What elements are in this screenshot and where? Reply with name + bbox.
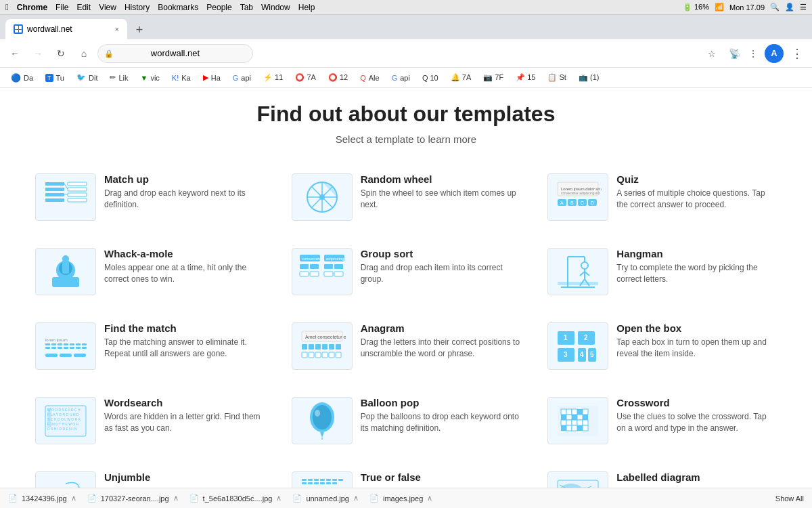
- bookmark-da[interactable]: 🔵 Da: [5, 72, 39, 84]
- svg-rect-121: [561, 420, 566, 425]
- reload-button[interactable]: ↻: [51, 44, 70, 63]
- template-openbox[interactable]: 1 2 3 4 5 Open the box Tap each box in t…: [539, 314, 785, 378]
- svg-text:adipiscing: adipiscing: [326, 257, 344, 261]
- template-desc-quiz: A series of multiple choice questions. T…: [616, 188, 777, 211]
- show-all-button[interactable]: Show All: [775, 494, 804, 503]
- bookmark-11[interactable]: ⚡ 11: [258, 72, 288, 83]
- svg-point-106: [313, 405, 332, 429]
- svg-rect-65: [51, 347, 56, 349]
- template-desc-openbox: Tap each box in turn to open them up and…: [616, 337, 777, 360]
- download-chevron-1[interactable]: ∧: [71, 494, 76, 503]
- menu-view[interactable]: View: [99, 3, 116, 12]
- template-name-wheel: Random wheel: [361, 173, 521, 185]
- bookmark-star-icon[interactable]: ☆: [708, 48, 716, 58]
- download-item-2[interactable]: 📄 170327-seoran....jpg ∧: [87, 494, 179, 503]
- bookmark-10[interactable]: Q 10: [417, 72, 444, 83]
- bookmark-dit[interactable]: 🐦 Dit: [71, 72, 103, 83]
- template-name-whack: Whack-a-mole: [104, 248, 265, 259]
- back-button[interactable]: ←: [5, 44, 24, 63]
- svg-point-158: [566, 488, 569, 488]
- address-bar: ← → ↻ ⌂ 🔒 ☆ 📡 ⋮ A ⋮: [0, 39, 812, 68]
- svg-rect-124: [577, 420, 583, 425]
- bookmark-7a2[interactable]: 🔔 7A: [445, 72, 477, 83]
- template-wheel[interactable]: Random wheel Spin the wheel to see which…: [284, 165, 529, 229]
- template-whack[interactable]: Whack-a-mole Moles appear one at a time,…: [27, 240, 273, 303]
- svg-line-50: [580, 272, 585, 276]
- template-truefalse[interactable]: lorem ipsum sit amet True or false Items…: [284, 463, 529, 488]
- download-chevron-2[interactable]: ∧: [173, 494, 179, 503]
- svg-rect-71: [45, 354, 58, 357]
- template-wordsearch[interactable]: W O R D S E A R C H P L A Y G R O U N D …: [27, 389, 273, 452]
- svg-text:consectetur adipiscing elit: consectetur adipiscing elit: [561, 191, 600, 195]
- chrome-menu-button[interactable]: ⋮: [788, 44, 807, 63]
- bookmark-ka[interactable]: K! Ka: [166, 72, 196, 83]
- svg-point-31: [62, 255, 69, 262]
- download-item-1[interactable]: 📄 13424396.jpg ∧: [8, 494, 76, 503]
- menu-window[interactable]: Window: [261, 3, 290, 12]
- menu-icon[interactable]: ☰: [800, 3, 807, 12]
- bookmark-tu[interactable]: T Tu: [40, 72, 70, 83]
- user-icon[interactable]: 👤: [785, 3, 794, 12]
- bookmark-vic[interactable]: ▼ vic: [135, 72, 165, 83]
- template-labelled[interactable]: Labelled diagram Drag and drop the pins …: [539, 463, 785, 488]
- new-tab-button[interactable]: +: [130, 20, 149, 39]
- template-crossword[interactable]: Crossword Use the clues to solve the cro…: [539, 389, 785, 452]
- extension-cast-icon[interactable]: 📡: [727, 46, 742, 61]
- template-desc-balloon: Pop the balloons to drop each keyword on…: [361, 411, 521, 434]
- download-item-4[interactable]: 📄 unnamed.jpg ∧: [292, 494, 359, 503]
- bookmark-api-g2[interactable]: G api: [386, 72, 415, 83]
- bookmark-12[interactable]: ⭕ 12: [323, 72, 353, 83]
- menu-file[interactable]: File: [55, 3, 68, 12]
- download-chevron-5[interactable]: ∧: [427, 494, 432, 503]
- template-unjumble[interactable]: lorem ipsum'd sit Unjumble Drag and drop…: [27, 463, 273, 488]
- tab-close-button[interactable]: ×: [115, 25, 119, 33]
- template-quiz[interactable]: Lorem ipsum dolor sit amet consectetur a…: [539, 165, 785, 229]
- bookmark-7f[interactable]: 📷 7F: [478, 72, 509, 83]
- svg-rect-83: [309, 352, 314, 358]
- menu-bookmarks[interactable]: Bookmarks: [158, 3, 198, 12]
- template-name-openbox: Open the box: [616, 322, 777, 334]
- svg-rect-122: [566, 420, 572, 425]
- bookmark-7a1[interactable]: ⭕ 7A: [290, 72, 321, 83]
- svg-rect-70: [82, 347, 87, 349]
- search-icon[interactable]: 🔍: [770, 3, 780, 12]
- bookmark-lik[interactable]: ✏ Lik: [104, 72, 133, 83]
- bookmark-st[interactable]: 📋 St: [542, 72, 571, 83]
- address-input[interactable]: [97, 44, 253, 63]
- bookmark-15[interactable]: 📌 15: [510, 72, 541, 83]
- download-chevron-3[interactable]: ∧: [276, 494, 281, 503]
- menu-tab[interactable]: Tab: [240, 3, 253, 12]
- template-name-wordsearch: Wordsearch: [104, 397, 265, 408]
- apple-menu[interactable]: : [5, 2, 9, 12]
- menu-help[interactable]: Help: [298, 3, 315, 12]
- svg-text:F I N D T H E W O R: F I N D T H E W O R: [47, 422, 79, 426]
- template-name-anagram: Anagram: [361, 322, 521, 334]
- download-item-5[interactable]: 📄 images.jpeg ∧: [369, 494, 432, 503]
- template-hangman[interactable]: Hangman Try to complete the word by pick…: [539, 240, 785, 303]
- menu-people[interactable]: People: [206, 3, 231, 12]
- template-balloon[interactable]: Balloon pop Pop the balloons to drop eac…: [284, 389, 529, 452]
- template-thumb-unjumble: lorem ipsum'd sit: [35, 471, 96, 488]
- bookmark-ale[interactable]: Q Ale: [355, 72, 384, 83]
- menu-edit[interactable]: Edit: [76, 3, 91, 12]
- bookmark-ha[interactable]: ▶ Ha: [198, 72, 226, 83]
- svg-rect-41: [310, 272, 319, 276]
- svg-rect-3: [45, 198, 64, 202]
- menu-history[interactable]: History: [125, 3, 150, 12]
- forward-button[interactable]: →: [28, 44, 47, 63]
- home-button[interactable]: ⌂: [74, 44, 93, 63]
- bookmark-1[interactable]: 📺 (1): [573, 72, 605, 83]
- profile-button[interactable]: A: [765, 44, 784, 63]
- template-thumb-anagram: Amet consectetur elit: [292, 322, 353, 370]
- download-chevron-4[interactable]: ∧: [353, 494, 359, 503]
- extension-menu-icon[interactable]: ⋮: [746, 46, 761, 61]
- template-findmatch[interactable]: lorem ipsum: [27, 314, 273, 378]
- app-name[interactable]: Chrome: [17, 3, 47, 12]
- active-tab[interactable]: wordwall.net ×: [5, 19, 127, 39]
- bookmark-api-g[interactable]: G api: [227, 72, 256, 83]
- template-anagram[interactable]: Amet consectetur elit Anagram: [284, 314, 529, 378]
- template-groupsort[interactable]: consectetur adipiscing Group sort Drag a…: [284, 240, 529, 303]
- svg-rect-146: [314, 482, 319, 484]
- download-item-3[interactable]: 📄 t_5e6a1830d5c....jpg ∧: [189, 494, 282, 503]
- template-matchup[interactable]: Match up Drag and drop each keyword next…: [27, 165, 273, 229]
